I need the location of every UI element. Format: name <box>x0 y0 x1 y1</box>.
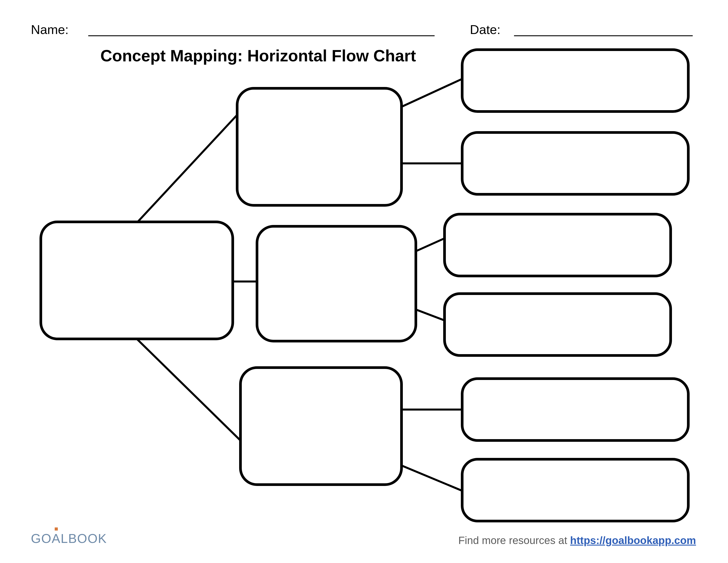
root-box[interactable] <box>41 222 233 339</box>
leaf-box-4[interactable] <box>445 294 671 356</box>
mid-box-3[interactable] <box>240 368 402 485</box>
footer-lead: Find more resources at <box>458 535 570 546</box>
worksheet-page: Name: Date: Concept Mapping: Horizontal … <box>0 0 728 563</box>
mid-box-1[interactable] <box>237 88 402 205</box>
flow-chart-diagram <box>0 0 728 563</box>
leaf-box-3[interactable] <box>445 214 671 276</box>
leaf-box-5[interactable] <box>462 379 688 441</box>
connector-root-mid1 <box>135 114 238 225</box>
footer-link[interactable]: https://goalbookapp.com <box>570 535 696 546</box>
connector-mid2-leaf4 <box>415 309 447 321</box>
logo-part1: GO <box>31 531 52 546</box>
logo-part2: LBOOK <box>61 531 107 546</box>
goalbook-logo: GOALBOOK <box>31 531 107 546</box>
logo-accent: A <box>52 531 61 546</box>
leaf-box-2[interactable] <box>462 132 688 194</box>
connector-root-mid3 <box>135 337 242 442</box>
mid-box-2[interactable] <box>257 226 416 341</box>
leaf-box-1[interactable] <box>462 50 688 111</box>
footer: Find more resources at https://goalbooka… <box>458 534 696 546</box>
connector-mid2-leaf3 <box>415 237 447 252</box>
leaf-box-6[interactable] <box>462 459 688 521</box>
